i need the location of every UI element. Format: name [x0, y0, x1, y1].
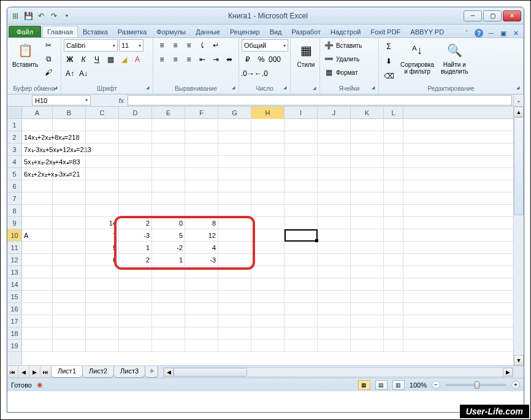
- cell[interactable]: [351, 266, 384, 278]
- delete-cells-label[interactable]: Удалить: [336, 56, 359, 63]
- cell[interactable]: 1: [152, 254, 185, 266]
- cell[interactable]: [285, 327, 318, 340]
- cell[interactable]: [285, 254, 318, 266]
- italic-button[interactable]: К: [77, 53, 90, 66]
- row-header[interactable]: 3: [7, 143, 21, 156]
- cell[interactable]: [285, 119, 318, 131]
- cell[interactable]: [285, 193, 318, 205]
- cell[interactable]: [318, 340, 351, 352]
- sheet-tab-2[interactable]: Лист2: [82, 366, 114, 378]
- find-select-button[interactable]: 🔍 Найти и выделить: [438, 39, 471, 76]
- row-header[interactable]: 9: [7, 217, 21, 229]
- cell[interactable]: [351, 143, 384, 156]
- copy-icon[interactable]: ⧉: [42, 53, 55, 65]
- cell[interactable]: [185, 156, 218, 168]
- row-header[interactable]: 11: [7, 242, 21, 254]
- cell[interactable]: [86, 156, 119, 168]
- new-sheet-button[interactable]: ✧: [145, 366, 158, 378]
- cell[interactable]: [119, 303, 152, 315]
- cell[interactable]: [351, 242, 384, 254]
- cell[interactable]: [251, 278, 285, 291]
- formula-input[interactable]: [128, 95, 512, 105]
- name-box[interactable]: H10: [32, 95, 91, 105]
- cell[interactable]: [185, 278, 218, 291]
- autosum-icon[interactable]: Σ: [383, 40, 395, 53]
- cell[interactable]: [218, 119, 251, 131]
- cell[interactable]: [251, 156, 285, 168]
- cell[interactable]: [351, 119, 384, 131]
- cell[interactable]: [152, 156, 185, 168]
- cell[interactable]: 14x₁+2x₂+8x₄=218: [22, 131, 53, 143]
- cell[interactable]: [218, 168, 251, 180]
- minimize-button[interactable]: ─: [464, 10, 482, 21]
- file-tab[interactable]: Файл: [9, 26, 41, 37]
- cell[interactable]: [384, 340, 403, 352]
- cell[interactable]: -3: [119, 229, 152, 242]
- cell[interactable]: [53, 315, 86, 327]
- cell[interactable]: [22, 254, 53, 266]
- cell[interactable]: [218, 291, 251, 303]
- cell[interactable]: A: [22, 229, 53, 242]
- cell[interactable]: [318, 180, 351, 193]
- save-icon[interactable]: 💾: [23, 10, 34, 21]
- cell[interactable]: 6x₁+2x₂+x₃-3x₄=21: [22, 168, 53, 180]
- cell[interactable]: [119, 340, 152, 352]
- page-break-view-button[interactable]: ▥: [392, 380, 405, 390]
- cell[interactable]: [218, 315, 251, 327]
- cell[interactable]: [285, 242, 318, 254]
- cell[interactable]: [53, 291, 86, 303]
- redo-icon[interactable]: ↷: [48, 10, 59, 21]
- cell[interactable]: [119, 266, 152, 278]
- cell[interactable]: [185, 303, 218, 315]
- cell[interactable]: 5: [152, 229, 185, 242]
- cell[interactable]: [86, 266, 119, 278]
- cell[interactable]: [318, 205, 351, 217]
- excel-icon[interactable]: ⊞: [10, 10, 21, 21]
- cell[interactable]: [285, 266, 318, 278]
- cell[interactable]: [351, 229, 384, 242]
- cell[interactable]: [86, 278, 119, 291]
- decrease-decimal-icon[interactable]: ←.0: [255, 67, 267, 80]
- cell[interactable]: [351, 340, 384, 352]
- cell[interactable]: [119, 156, 152, 168]
- paste-button[interactable]: 📋 Вставить: [10, 39, 40, 69]
- tab-nav-first-icon[interactable]: ⏮: [7, 366, 18, 378]
- cell[interactable]: [351, 168, 384, 180]
- cell[interactable]: [285, 217, 318, 229]
- cell[interactable]: [285, 303, 318, 315]
- grid[interactable]: ABCDEFGHIJKL 14x₁+2x₂+8x₄=2187x₁-3x₂+5x₃…: [22, 107, 513, 365]
- column-header[interactable]: L: [384, 107, 403, 119]
- cell[interactable]: [22, 217, 53, 229]
- tab-developer[interactable]: Разработ: [287, 26, 326, 37]
- cell[interactable]: [152, 340, 185, 352]
- cell[interactable]: [53, 327, 86, 340]
- styles-button[interactable]: ▦ Стили: [293, 39, 319, 69]
- maximize-button[interactable]: ▢: [483, 10, 502, 21]
- align-bottom-icon[interactable]: ≡: [183, 39, 195, 52]
- cell[interactable]: [285, 143, 318, 156]
- cell[interactable]: [218, 229, 251, 242]
- cell[interactable]: [218, 180, 251, 193]
- cell[interactable]: 7x₁-3x₂+5x₃+12x₄=213: [22, 143, 53, 156]
- cell[interactable]: [251, 242, 285, 254]
- column-header[interactable]: I: [285, 107, 318, 119]
- row-header[interactable]: 6: [7, 180, 21, 193]
- cell[interactable]: [86, 291, 119, 303]
- cell[interactable]: [218, 340, 251, 352]
- delete-cells-icon[interactable]: ➖: [323, 53, 335, 65]
- cell[interactable]: [185, 143, 218, 156]
- percent-icon[interactable]: %: [255, 53, 267, 66]
- cell[interactable]: [22, 340, 53, 352]
- cell[interactable]: [251, 168, 285, 180]
- cell[interactable]: [119, 193, 152, 205]
- normal-view-button[interactable]: ▦: [358, 380, 370, 390]
- insert-cells-icon[interactable]: ➕: [323, 39, 335, 52]
- cell[interactable]: [251, 180, 285, 193]
- sort-filter-button[interactable]: ᴬ↓ Сортировка и фильтр: [398, 39, 437, 76]
- cell[interactable]: [152, 278, 185, 291]
- cell[interactable]: [218, 131, 251, 143]
- sheet-tab-1[interactable]: Лист1: [51, 366, 83, 378]
- cell[interactable]: [119, 131, 152, 143]
- border-button[interactable]: ▦: [104, 53, 117, 66]
- zoom-out-button[interactable]: −: [432, 381, 440, 389]
